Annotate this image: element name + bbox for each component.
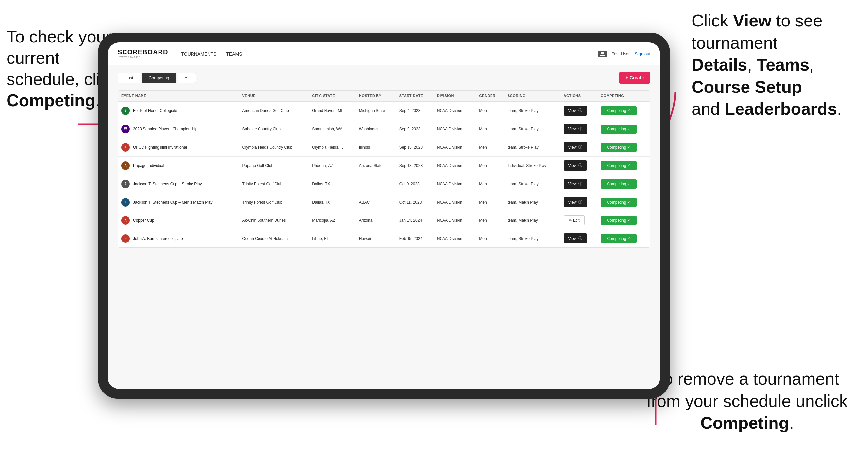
competing-button[interactable]: Competing ✓ xyxy=(601,198,637,207)
division-cell: NCAA Division I xyxy=(434,193,476,212)
competing-cell: Competing ✓ xyxy=(597,229,650,248)
hosted-by-cell: Illinois xyxy=(356,138,396,157)
view-button[interactable]: View ⓘ xyxy=(564,197,587,207)
event-name: Folds of Honor Collegiate xyxy=(133,108,177,113)
team-logo: H xyxy=(121,234,130,243)
col-scoring: SCORING xyxy=(504,91,560,101)
hosted-by-cell: Hawaii xyxy=(356,229,396,248)
city-state-cell: Phoenix, AZ xyxy=(309,157,356,175)
svg-rect-5 xyxy=(600,55,605,56)
competing-button[interactable]: Competing ✓ xyxy=(601,125,637,134)
filter-all[interactable]: All xyxy=(178,72,196,83)
col-actions: ACTIONS xyxy=(560,91,598,101)
venue-cell: Olympia Fields Country Club xyxy=(239,138,309,157)
actions-cell: View ⓘ xyxy=(560,101,598,120)
tablet-device: SCOREBOARD Powered by clipp TOURNAMENTS … xyxy=(98,33,670,399)
filter-tabs: Host Competing All xyxy=(118,72,196,83)
scoring-cell: team, Stroke Play xyxy=(504,101,560,120)
team-logo: A xyxy=(121,216,130,224)
city-state-cell: Maricopa, AZ xyxy=(309,212,356,229)
view-button[interactable]: View ⓘ xyxy=(564,160,587,170)
table-row: J Jackson T. Stephens Cup – Stroke Play … xyxy=(118,175,650,193)
user-area: Test User Sign out xyxy=(598,51,650,57)
view-button[interactable]: View ⓘ xyxy=(564,142,587,152)
event-name: Jackson T. Stephens Cup – Men's Match Pl… xyxy=(133,200,213,205)
view-button[interactable]: View ⓘ xyxy=(564,124,587,134)
table-row: A Papago Individual Papago Golf ClubPhoe… xyxy=(118,157,650,175)
gender-cell: Men xyxy=(476,138,504,157)
city-state-cell: Dallas, TX xyxy=(309,175,356,193)
col-hosted-by: HOSTED BY xyxy=(356,91,396,101)
division-cell: NCAA Division I xyxy=(434,138,476,157)
actions-cell: View ⓘ xyxy=(560,138,598,157)
view-button[interactable]: View ⓘ xyxy=(564,179,587,189)
city-state-cell: Olympia Fields, IL xyxy=(309,138,356,157)
col-city-state: CITY, STATE xyxy=(309,91,356,101)
actions-cell: View ⓘ xyxy=(560,175,598,193)
tablet-screen: SCOREBOARD Powered by clipp TOURNAMENTS … xyxy=(108,42,660,389)
actions-cell: View ⓘ xyxy=(560,229,598,248)
hosted-by-cell: Washington xyxy=(356,120,396,138)
team-logo: S xyxy=(121,106,130,115)
hosted-by-cell: Arizona State xyxy=(356,157,396,175)
competing-button[interactable]: Competing ✓ xyxy=(601,216,637,225)
scoring-cell: team, Match Play xyxy=(504,212,560,229)
division-cell: NCAA Division I xyxy=(434,120,476,138)
scoreboard-logo: SCOREBOARD Powered by clipp xyxy=(118,49,168,59)
actions-cell: View ⓘ xyxy=(560,193,598,212)
competing-cell: Competing ✓ xyxy=(597,138,650,157)
start-date-cell: Sep 4, 2023 xyxy=(396,101,434,120)
filter-row: Host Competing All + Create xyxy=(118,72,650,84)
col-venue: VENUE xyxy=(239,91,309,101)
hosted-by-cell xyxy=(356,175,396,193)
gender-cell: Men xyxy=(476,175,504,193)
view-button[interactable]: View ⓘ xyxy=(564,105,587,116)
table-row: A Copper Cup Ak-Chin Southern DunesMaric… xyxy=(118,212,650,229)
gender-cell: Men xyxy=(476,229,504,248)
competing-button[interactable]: Competing ✓ xyxy=(601,179,637,189)
competing-button[interactable]: Competing ✓ xyxy=(601,106,637,115)
col-gender: GENDER xyxy=(476,91,504,101)
start-date-cell: Feb 15, 2024 xyxy=(396,229,434,248)
svg-rect-4 xyxy=(601,52,604,54)
logo-powered: Powered by clipp xyxy=(118,55,168,59)
competing-button[interactable]: Competing ✓ xyxy=(601,143,637,152)
filter-host[interactable]: Host xyxy=(118,72,140,83)
city-state-cell: Dallas, TX xyxy=(309,193,356,212)
view-button[interactable]: View ⓘ xyxy=(564,234,587,244)
event-name-cell: S Folds of Honor Collegiate xyxy=(118,101,239,120)
competing-button[interactable]: Competing ✓ xyxy=(601,161,637,170)
scoring-cell: team, Match Play xyxy=(504,193,560,212)
city-state-cell: Sammamish, WA xyxy=(309,120,356,138)
nav-teams[interactable]: TEAMS xyxy=(226,50,242,58)
annotation-top-right: Click View to see tournament Details, Te… xyxy=(691,10,862,120)
competing-cell: Competing ✓ xyxy=(597,212,650,229)
competing-button[interactable]: Competing ✓ xyxy=(601,234,637,243)
event-name: John A. Burns Intercollegiate xyxy=(133,236,183,241)
division-cell: NCAA Division I xyxy=(434,175,476,193)
event-name-cell: H John A. Burns Intercollegiate xyxy=(118,229,239,248)
sign-out-link[interactable]: Sign out xyxy=(635,51,650,56)
gender-cell: Men xyxy=(476,101,504,120)
venue-cell: American Dunes Golf Club xyxy=(239,101,309,120)
division-cell: NCAA Division I xyxy=(434,212,476,229)
gender-cell: Men xyxy=(476,157,504,175)
competing-cell: Competing ✓ xyxy=(597,120,650,138)
venue-cell: Trinity Forest Golf Club xyxy=(239,175,309,193)
filter-competing[interactable]: Competing xyxy=(142,72,176,83)
event-name: OFCC Fighting Illini Invitational xyxy=(133,145,187,150)
start-date-cell: Jan 14, 2024 xyxy=(396,212,434,229)
table-row: I OFCC Fighting Illini Invitational Olym… xyxy=(118,138,650,157)
col-division: DIVISION xyxy=(434,91,476,101)
col-start-date: START DATE xyxy=(396,91,434,101)
edit-button[interactable]: ✏ Edit xyxy=(564,215,585,225)
venue-cell: Ak-Chin Southern Dunes xyxy=(239,212,309,229)
table-row: J Jackson T. Stephens Cup – Men's Match … xyxy=(118,193,650,212)
logo-title: SCOREBOARD xyxy=(118,49,168,55)
hosted-by-cell: Arizona xyxy=(356,212,396,229)
team-logo: W xyxy=(121,125,130,133)
nav-items: TOURNAMENTS TEAMS xyxy=(181,50,598,58)
nav-tournaments[interactable]: TOURNAMENTS xyxy=(181,50,216,58)
create-button[interactable]: + Create xyxy=(619,72,650,84)
scoring-cell: team, Stroke Play xyxy=(504,229,560,248)
